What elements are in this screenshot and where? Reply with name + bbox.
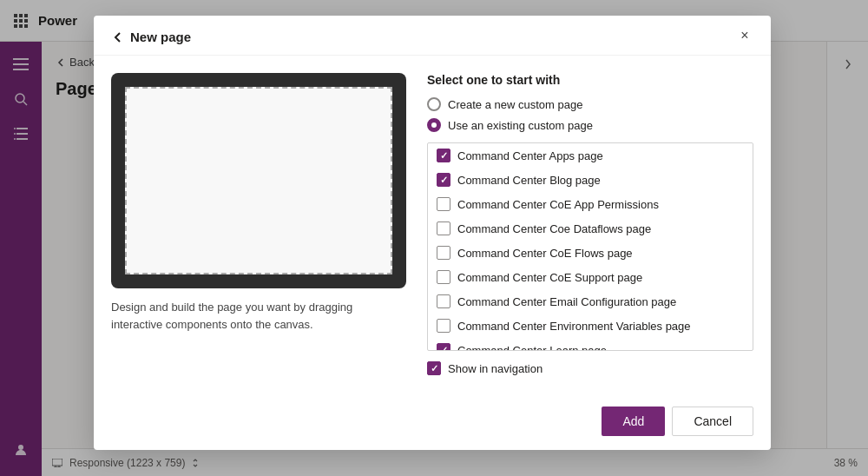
page-checkbox-box [437,319,450,333]
dialog-close-button[interactable]: × [733,23,757,48]
radio-label-create-new: Create a new custom page [448,98,582,111]
page-checkbox-label: Command Center CoE Support page [457,271,642,284]
page-checkbox-label: Command Center Coe Dataflows page [457,222,651,235]
page-checkbox-label: Command Center CoE Flows page [457,247,633,260]
dialog-back-button[interactable]: New page [111,30,191,44]
dialog-footer: Add Cancel [94,407,771,450]
page-checkbox-box [437,246,450,260]
dialog-body: Design and build the page you want by dr… [94,56,771,407]
page-list-item[interactable]: Command Center Environment Variables pag… [428,314,753,338]
page-checkbox-label: Command Center Blog page [457,174,601,187]
page-checkbox-box [437,221,450,235]
page-checkbox-label: Command Center Environment Variables pag… [457,320,691,333]
page-list-item[interactable]: Command Center CoE Flows page [428,241,753,265]
show-in-navigation-checkbox[interactable]: Show in navigation [427,361,753,375]
page-checkbox-box [437,343,450,351]
options-panel: Select one to start with Create a new cu… [427,73,753,389]
page-list-item[interactable]: Command Center Blog page [428,168,753,192]
add-button[interactable]: Add [602,407,665,436]
radio-circle-use-existing [427,118,441,132]
page-checkbox-box [437,197,450,211]
select-label: Select one to start with [427,73,753,87]
page-list-item[interactable]: Command Center Email Configuration page [428,289,753,314]
pages-checkbox-list[interactable]: Command Center Apps pageCommand Center B… [427,142,753,351]
page-checkbox-label: Command Center Learn page [457,344,607,352]
page-checkbox-box [437,173,450,187]
nav-checkbox-box [427,361,441,375]
page-list-item[interactable]: Command Center CoE Support page [428,265,753,289]
page-checkbox-label: Command Center Apps page [457,149,603,162]
canvas-preview-section: Design and build the page you want by dr… [111,73,406,389]
cancel-button[interactable]: Cancel [672,407,753,436]
page-list-item[interactable]: Command Center Learn page [428,338,753,351]
radio-circle-create-new [427,97,441,111]
page-checkbox-label: Command Center CoE App Permissions [457,198,659,211]
radio-label-use-existing: Use an existing custom page [448,119,593,132]
page-checkbox-box [437,294,450,308]
dialog-title: New page [130,30,191,44]
page-type-radio-group: Create a new custom page Use an existing… [427,97,753,132]
canvas-description: Design and build the page you want by dr… [111,299,406,333]
canvas-frame [111,73,406,288]
page-checkbox-label: Command Center Email Configuration page [457,295,676,308]
radio-create-new[interactable]: Create a new custom page [427,97,753,111]
page-checkbox-box [437,149,450,162]
canvas-inner [125,87,392,274]
page-list-item[interactable]: Command Center CoE App Permissions [428,192,753,216]
page-list-item[interactable]: Command Center Coe Dataflows page [428,216,753,241]
page-list-item[interactable]: Command Center Apps page [428,143,753,168]
radio-use-existing[interactable]: Use an existing custom page [427,118,753,132]
nav-checkbox-label: Show in navigation [448,362,542,375]
page-checkbox-box [437,270,450,284]
new-page-dialog: New page × Design and build the page you… [94,16,771,450]
dialog-header: New page × [94,16,771,56]
